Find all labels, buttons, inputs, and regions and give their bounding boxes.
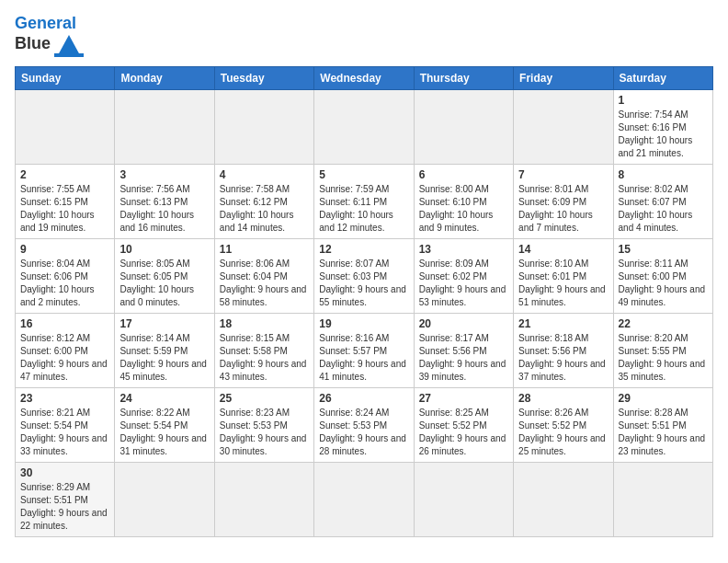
day-info: Sunrise: 8:17 AM Sunset: 5:56 PM Dayligh… [419,332,508,384]
day-number: 23 [20,392,109,405]
day-number: 9 [20,243,109,256]
day-info: Sunrise: 8:16 AM Sunset: 5:57 PM Dayligh… [319,332,408,384]
day-info: Sunrise: 8:18 AM Sunset: 5:56 PM Dayligh… [518,332,608,384]
calendar-cell [214,89,313,164]
day-number: 5 [319,168,408,181]
calendar-cell: 1Sunrise: 7:54 AM Sunset: 6:16 PM Daylig… [613,89,712,164]
calendar-week-row: 1Sunrise: 7:54 AM Sunset: 6:16 PM Daylig… [16,89,713,164]
day-number: 29 [619,392,708,405]
day-number: 21 [518,317,608,330]
calendar-week-row: 9Sunrise: 8:04 AM Sunset: 6:06 PM Daylig… [16,238,713,313]
svg-rect-1 [54,53,84,57]
day-info: Sunrise: 7:55 AM Sunset: 6:15 PM Dayligh… [20,183,109,235]
calendar-cell [414,462,513,536]
page-header: General Blue [15,15,713,57]
day-info: Sunrise: 8:24 AM Sunset: 5:53 PM Dayligh… [319,407,408,458]
day-number: 16 [20,317,109,330]
day-number: 17 [119,317,209,330]
day-number: 14 [518,243,608,256]
day-info: Sunrise: 8:11 AM Sunset: 6:00 PM Dayligh… [619,258,708,309]
day-number: 12 [319,243,408,256]
calendar-cell: 25Sunrise: 8:23 AM Sunset: 5:53 PM Dayli… [214,387,313,462]
day-number: 24 [119,392,209,405]
day-number: 27 [419,392,508,405]
day-info: Sunrise: 8:05 AM Sunset: 6:05 PM Dayligh… [119,258,209,309]
calendar-cell: 13Sunrise: 8:09 AM Sunset: 6:02 PM Dayli… [414,238,513,313]
day-info: Sunrise: 7:54 AM Sunset: 6:16 PM Dayligh… [619,109,708,160]
day-header-saturday: Saturday [613,66,712,89]
calendar-cell: 4Sunrise: 7:58 AM Sunset: 6:12 PM Daylig… [214,164,313,238]
day-number: 26 [319,392,408,405]
calendar-cell [314,89,414,164]
day-number: 22 [619,317,708,330]
logo: General Blue [15,15,84,57]
calendar-cell: 6Sunrise: 8:00 AM Sunset: 6:10 PM Daylig… [414,164,513,238]
day-number: 6 [419,168,508,181]
day-number: 25 [220,392,309,405]
calendar-cell: 20Sunrise: 8:17 AM Sunset: 5:56 PM Dayli… [414,313,513,387]
calendar-cell [115,89,214,164]
calendar-cell: 27Sunrise: 8:25 AM Sunset: 5:52 PM Dayli… [414,387,513,462]
day-number: 11 [220,243,309,256]
day-header-thursday: Thursday [414,66,513,89]
calendar-cell [613,462,712,536]
calendar-cell: 15Sunrise: 8:11 AM Sunset: 6:00 PM Dayli… [613,238,712,313]
calendar-cell [16,89,115,164]
day-info: Sunrise: 7:56 AM Sunset: 6:13 PM Dayligh… [119,183,209,235]
day-number: 19 [319,317,408,330]
calendar-cell: 16Sunrise: 8:12 AM Sunset: 6:00 PM Dayli… [16,313,115,387]
day-info: Sunrise: 8:06 AM Sunset: 6:04 PM Dayligh… [220,258,309,309]
day-number: 13 [419,243,508,256]
day-info: Sunrise: 8:10 AM Sunset: 6:01 PM Dayligh… [518,258,608,309]
day-header-monday: Monday [115,66,214,89]
day-header-wednesday: Wednesday [314,66,414,89]
calendar-cell: 26Sunrise: 8:24 AM Sunset: 5:53 PM Dayli… [314,387,414,462]
calendar-week-row: 16Sunrise: 8:12 AM Sunset: 6:00 PM Dayli… [16,313,713,387]
day-info: Sunrise: 8:09 AM Sunset: 6:02 PM Dayligh… [419,258,508,309]
calendar-cell: 2Sunrise: 7:55 AM Sunset: 6:15 PM Daylig… [16,164,115,238]
logo-triangle-icon [54,31,84,57]
calendar-cell [414,89,513,164]
calendar-cell: 19Sunrise: 8:16 AM Sunset: 5:57 PM Dayli… [314,313,414,387]
calendar-header-row: SundayMondayTuesdayWednesdayThursdayFrid… [16,66,713,89]
calendar-cell [514,89,613,164]
logo-text2: Blue [15,35,51,53]
day-header-friday: Friday [514,66,613,89]
day-info: Sunrise: 8:07 AM Sunset: 6:03 PM Dayligh… [319,258,408,309]
calendar-cell [115,462,214,536]
day-info: Sunrise: 8:04 AM Sunset: 6:06 PM Dayligh… [20,258,109,309]
day-info: Sunrise: 8:29 AM Sunset: 5:51 PM Dayligh… [20,481,109,533]
calendar-cell: 7Sunrise: 8:01 AM Sunset: 6:09 PM Daylig… [514,164,613,238]
day-number: 4 [220,168,309,181]
day-number: 8 [619,168,708,181]
day-info: Sunrise: 8:15 AM Sunset: 5:58 PM Dayligh… [220,332,309,384]
calendar-cell: 14Sunrise: 8:10 AM Sunset: 6:01 PM Dayli… [514,238,613,313]
svg-marker-0 [58,35,80,55]
day-number: 30 [20,466,109,479]
day-info: Sunrise: 7:59 AM Sunset: 6:11 PM Dayligh… [319,183,408,235]
day-header-tuesday: Tuesday [214,66,313,89]
calendar-cell [514,462,613,536]
day-number: 2 [20,168,109,181]
calendar-cell: 30Sunrise: 8:29 AM Sunset: 5:51 PM Dayli… [16,462,115,536]
calendar-table: SundayMondayTuesdayWednesdayThursdayFrid… [15,66,713,537]
calendar-cell: 9Sunrise: 8:04 AM Sunset: 6:06 PM Daylig… [16,238,115,313]
calendar-cell [214,462,313,536]
day-info: Sunrise: 8:12 AM Sunset: 6:00 PM Dayligh… [20,332,109,384]
day-number: 7 [518,168,608,181]
day-number: 15 [619,243,708,256]
day-info: Sunrise: 8:02 AM Sunset: 6:07 PM Dayligh… [619,183,708,235]
day-info: Sunrise: 8:14 AM Sunset: 5:59 PM Dayligh… [119,332,209,384]
day-info: Sunrise: 8:23 AM Sunset: 5:53 PM Dayligh… [220,407,309,458]
day-info: Sunrise: 8:01 AM Sunset: 6:09 PM Dayligh… [518,183,608,235]
calendar-week-row: 23Sunrise: 8:21 AM Sunset: 5:54 PM Dayli… [16,387,713,462]
calendar-cell: 18Sunrise: 8:15 AM Sunset: 5:58 PM Dayli… [214,313,313,387]
day-number: 3 [119,168,209,181]
day-info: Sunrise: 8:26 AM Sunset: 5:52 PM Dayligh… [518,407,608,458]
day-number: 28 [518,392,608,405]
calendar-cell: 11Sunrise: 8:06 AM Sunset: 6:04 PM Dayli… [214,238,313,313]
calendar-cell: 24Sunrise: 8:22 AM Sunset: 5:54 PM Dayli… [115,387,214,462]
calendar-cell: 12Sunrise: 8:07 AM Sunset: 6:03 PM Dayli… [314,238,414,313]
day-info: Sunrise: 8:21 AM Sunset: 5:54 PM Dayligh… [20,407,109,458]
calendar-week-row: 2Sunrise: 7:55 AM Sunset: 6:15 PM Daylig… [16,164,713,238]
